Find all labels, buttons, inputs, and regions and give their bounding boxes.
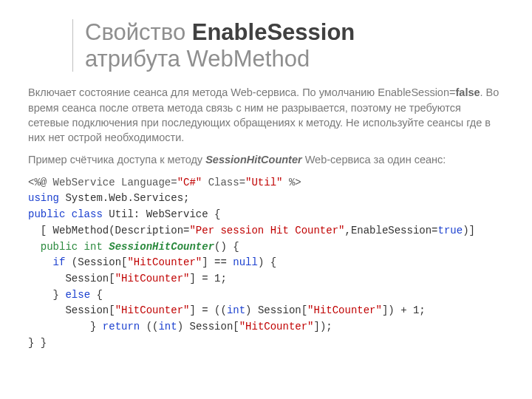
c7c: ] = 1; [189, 273, 226, 284]
c4a: [ WebMethod(Description= [28, 225, 189, 236]
c9e: ) Session[ [245, 304, 307, 316]
code-block: <%@ WebService Language="C#" Class="Util… [28, 175, 504, 352]
c9g: ]) + 1; [382, 304, 426, 316]
c7b: "HitCounter" [115, 273, 190, 284]
c4e: )] [463, 225, 475, 236]
c2b: System.Web.Services; [59, 192, 189, 204]
c9c: ] = (( [189, 304, 226, 316]
c10e: ) Session[ [177, 321, 239, 332]
c9b: "HitCounter" [115, 304, 190, 316]
c4b: "Per session Hit Counter" [189, 225, 344, 236]
c1b: "C#" [177, 177, 202, 188]
c4c: ,EnableSession= [344, 225, 437, 236]
c3a: public class [28, 208, 103, 220]
c5b: SessionHitCounter [103, 241, 214, 253]
c1c: Class= [202, 177, 245, 188]
c10g: ]); [314, 321, 332, 332]
c2a: using [28, 192, 59, 204]
c8c: { [90, 289, 103, 301]
c6a: if [28, 256, 65, 268]
title-pre: Свойство [85, 19, 192, 45]
c1a: <%@ WebService Language= [28, 177, 177, 188]
description-paragraph-1: Включает состояние сеанса для метода Web… [28, 85, 504, 145]
c10a: } [28, 321, 103, 332]
title-strong: EnableSession [192, 19, 355, 45]
p1-false: false [455, 86, 480, 98]
c10b: return [103, 321, 140, 332]
c10f: "HitCounter" [239, 321, 314, 332]
c5a: public int [28, 241, 103, 253]
c7a: Session[ [28, 273, 115, 284]
c3b: Util: WebService { [103, 208, 221, 220]
c1e: %> [282, 177, 301, 188]
c6b: (Session[ [65, 256, 127, 268]
description-paragraph-2: Пример счётчика доступа к методу Session… [28, 152, 504, 167]
c8b: else [65, 289, 90, 301]
c9f: "HitCounter" [307, 304, 382, 316]
c9d: int [227, 304, 245, 316]
p1-t1: Включает состояние сеанса для метода Web… [28, 86, 455, 98]
title-block: Свойство EnableSession атрибута WebMetho… [72, 19, 504, 72]
c4d: true [438, 225, 463, 236]
p2-t1: Пример счётчика доступа к методу [28, 154, 205, 166]
c1d: "Util" [245, 177, 282, 188]
c6d: ] == [202, 256, 233, 268]
slide: Свойство EnableSession атрибута WebMetho… [0, 0, 532, 351]
p2-meth: SessionHitCounter [205, 154, 302, 166]
c8a: } [28, 289, 65, 301]
c6c: "HitCounter" [127, 256, 202, 268]
c6f: ) { [258, 256, 276, 268]
c6e: null [233, 256, 258, 268]
c11: } } [28, 337, 47, 349]
p2-t2: Web-сервиса за один сеанс: [302, 154, 446, 166]
title-line2: атрибута WebMethod [85, 46, 310, 72]
c10d: int [158, 321, 177, 332]
page-title: Свойство EnableSession атрибута WebMetho… [85, 19, 504, 72]
c5c: () { [214, 241, 239, 253]
c10c: (( [140, 321, 158, 332]
c9a: Session[ [28, 304, 115, 316]
